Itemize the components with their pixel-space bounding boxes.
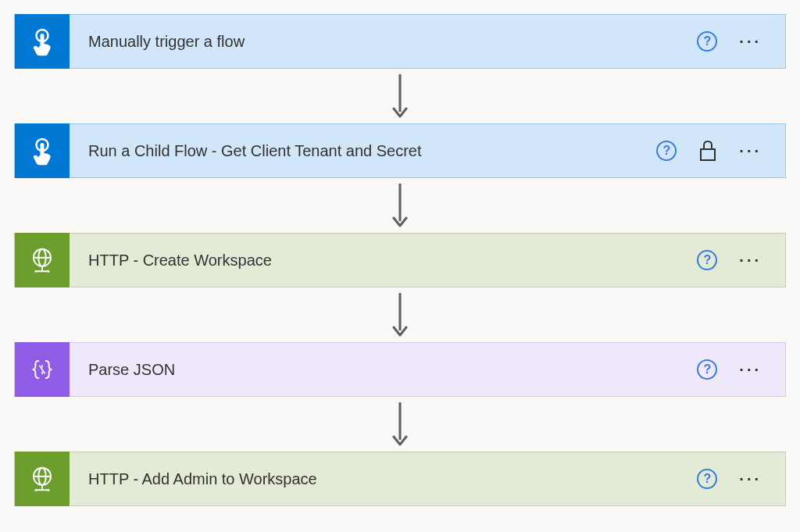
step-actions: ?··· xyxy=(697,250,785,270)
lock-icon xyxy=(698,141,717,160)
flow-step-0[interactable]: Manually trigger a flow?··· xyxy=(14,14,786,69)
step-label: Run a Child Flow - Get Client Tenant and… xyxy=(70,142,656,160)
braces-icon xyxy=(27,355,57,384)
help-icon[interactable]: ? xyxy=(697,359,717,380)
flow-step-4[interactable]: HTTP - Add Admin to Workspace?··· xyxy=(14,452,786,506)
step-icon-box xyxy=(15,452,70,506)
arrow-connector xyxy=(392,178,408,233)
arrow-connector xyxy=(392,287,408,342)
help-icon[interactable]: ? xyxy=(697,250,717,270)
step-actions: ?··· xyxy=(697,469,785,489)
flow-step-1[interactable]: Run a Child Flow - Get Client Tenant and… xyxy=(14,123,786,178)
more-icon[interactable]: ··· xyxy=(739,143,762,159)
help-icon[interactable]: ? xyxy=(697,469,717,489)
step-label: Manually trigger a flow xyxy=(70,33,697,51)
arrow-connector xyxy=(392,69,408,123)
svg-point-20 xyxy=(47,489,49,491)
step-label: HTTP - Create Workspace xyxy=(70,252,697,270)
svg-rect-3 xyxy=(701,149,715,160)
step-icon-box xyxy=(15,342,70,397)
help-icon[interactable]: ? xyxy=(697,31,717,52)
more-icon[interactable]: ··· xyxy=(739,34,762,49)
step-actions: ? ··· xyxy=(656,141,785,161)
svg-point-19 xyxy=(35,489,38,491)
touch-icon xyxy=(27,26,58,57)
touch-icon xyxy=(27,135,58,166)
step-icon-box xyxy=(15,233,70,287)
globe-icon xyxy=(27,464,57,494)
step-icon-box xyxy=(15,123,70,178)
help-icon[interactable]: ? xyxy=(656,141,677,161)
flow-step-3[interactable]: Parse JSON?··· xyxy=(14,342,786,397)
step-label: Parse JSON xyxy=(70,361,697,379)
svg-point-11 xyxy=(47,270,49,273)
flow-step-2[interactable]: HTTP - Create Workspace?··· xyxy=(14,233,786,287)
more-icon[interactable]: ··· xyxy=(739,362,762,377)
svg-point-10 xyxy=(35,270,38,273)
step-label: HTTP - Add Admin to Workspace xyxy=(70,470,697,488)
globe-icon xyxy=(27,245,57,275)
step-icon-box xyxy=(15,14,70,69)
more-icon[interactable]: ··· xyxy=(739,252,762,268)
step-actions: ?··· xyxy=(697,359,785,380)
arrow-connector xyxy=(392,397,408,452)
step-actions: ?··· xyxy=(697,31,785,52)
flow-container: Manually trigger a flow?··· Run a Child … xyxy=(14,14,786,506)
more-icon[interactable]: ··· xyxy=(739,471,762,487)
